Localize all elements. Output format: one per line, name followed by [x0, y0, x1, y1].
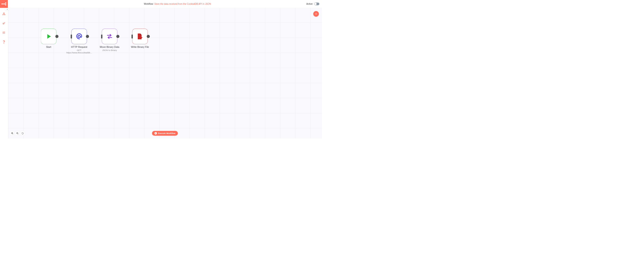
app-logo[interactable]: › — [0, 0, 8, 8]
swap-icon — [106, 34, 113, 39]
zoom-in-icon — [11, 132, 14, 135]
node-box[interactable] — [102, 28, 118, 44]
workflow-name[interactable]: Store the data received from the Cocktai… — [154, 3, 211, 5]
input-port[interactable] — [132, 35, 133, 38]
svg-point-3 — [5, 4, 6, 5]
input-port[interactable] — [71, 35, 72, 38]
svg-point-8 — [3, 32, 3, 33]
execute-workflow-button[interactable]: Execute Workflow — [152, 131, 178, 136]
zoom-out-icon — [16, 132, 19, 135]
node-title: HTTP Request — [64, 45, 94, 48]
network-icon — [2, 12, 5, 15]
nodes-layer: StartHTTP RequestGET: https://www.thecoc… — [8, 8, 322, 139]
execute-label: Execute Workflow — [158, 132, 175, 134]
at-icon — [76, 33, 82, 39]
list-icon — [3, 31, 5, 34]
sidebar-item-executions[interactable] — [1, 30, 7, 35]
zoom-in-button[interactable] — [10, 131, 14, 136]
input-port[interactable] — [101, 35, 102, 38]
svg-point-0 — [2, 3, 3, 4]
play-icon — [46, 33, 52, 40]
key-icon — [3, 22, 5, 24]
zoom-out-button[interactable] — [15, 131, 20, 136]
reset-icon — [22, 132, 24, 135]
sidebar-item-help[interactable] — [1, 39, 7, 45]
sidebar-item-credentials[interactable] — [1, 20, 7, 26]
file-export-icon — [137, 33, 143, 39]
active-toggle[interactable] — [314, 3, 319, 5]
logo-icon — [2, 2, 6, 5]
node-subtitle: GET: https://www.thecocktaildb... — [64, 49, 94, 54]
workflow-title-container: Workflow: Store the data received from t… — [48, 3, 306, 5]
main-area: Workflow: Store the data received from t… — [8, 0, 322, 138]
sidebar-item-workflows[interactable] — [1, 11, 7, 16]
toggle-knob — [314, 3, 317, 5]
expand-sidebar-icon[interactable]: › — [7, 8, 8, 10]
output-port[interactable] — [86, 35, 89, 38]
node-title: Move Binary Data — [94, 45, 125, 48]
svg-point-2 — [5, 3, 6, 3]
node-title: Start — [34, 45, 64, 48]
play-circle-icon — [154, 132, 157, 134]
node-start[interactable]: Start — [34, 28, 64, 48]
question-icon — [3, 40, 5, 43]
svg-point-9 — [3, 33, 3, 33]
node-box[interactable] — [132, 28, 148, 44]
workflow-canvas[interactable]: StartHTTP RequestGET: https://www.thecoc… — [8, 8, 322, 138]
svg-point-1 — [4, 3, 4, 4]
zoom-reset-button[interactable] — [20, 131, 25, 136]
output-port[interactable] — [116, 35, 120, 38]
output-port[interactable] — [56, 35, 58, 38]
svg-rect-5 — [3, 14, 3, 15]
active-label: Active: — [306, 3, 313, 5]
node-box[interactable] — [71, 28, 87, 44]
output-port[interactable] — [147, 35, 150, 38]
node-move[interactable]: Move Binary DataJSON to Binary — [94, 28, 125, 51]
sidebar: › — [0, 0, 8, 138]
node-http[interactable]: HTTP RequestGET: https://www.thecocktail… — [64, 28, 94, 54]
node-subtitle: JSON to Binary — [94, 49, 125, 51]
node-title: Write Binary File — [125, 45, 155, 48]
node-write[interactable]: Write Binary File — [125, 28, 155, 48]
svg-rect-4 — [4, 13, 4, 13]
zoom-controls — [10, 131, 25, 136]
header: Workflow: Store the data received from t… — [8, 0, 322, 8]
svg-rect-6 — [4, 14, 5, 15]
node-box[interactable] — [41, 28, 56, 44]
workflow-label: Workflow: — [144, 3, 154, 5]
